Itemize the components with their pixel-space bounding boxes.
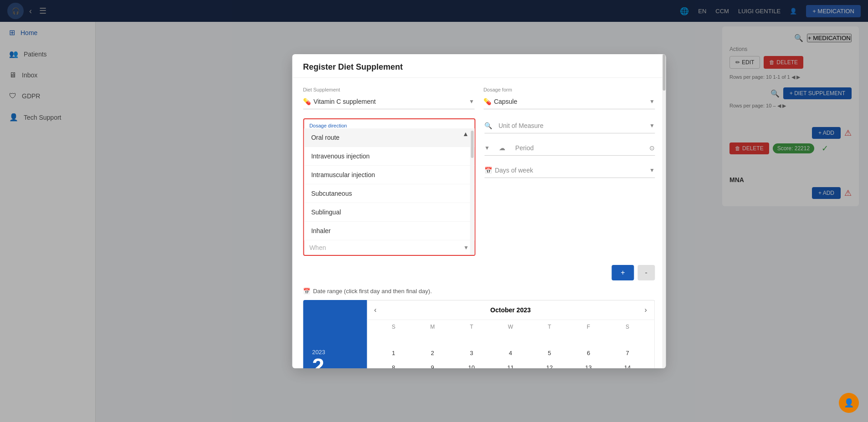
dropdown-scrollbar[interactable] (470, 128, 474, 255)
when-row: When ▼ (304, 240, 474, 255)
supplement-chevron-icon: ▼ (469, 98, 474, 105)
modal-header: Register Diet Supplement (292, 54, 666, 78)
dosage-direction-label: Dosage direction (304, 119, 474, 128)
add-minus-row: + - (303, 265, 655, 280)
diet-supplement-group: Diet Supplement 💊 Vitamin C supplement ▼ (303, 87, 474, 109)
calendar-icon: 📅 (484, 167, 492, 174)
dosage-form-value: Capsule (494, 98, 649, 105)
calendar-prev-button[interactable]: ‹ (374, 306, 376, 314)
days-of-week-control[interactable]: 📅 Days of week ▼ (484, 163, 655, 178)
calendar-month-title: October 2023 (490, 306, 531, 314)
cal-day-11[interactable]: 11 (503, 361, 517, 368)
calendar-nav: ‹ October 2023 › (367, 300, 654, 320)
dosage-direction-group: Dosage direction ▲ Oral route Intravenou… (303, 118, 475, 256)
period-label: Period (515, 144, 642, 152)
dosage-form-chevron-icon: ▼ (649, 98, 655, 105)
cal-day-12[interactable]: 12 (543, 361, 556, 368)
dropdown-option-intramuscular[interactable]: Intramuscular injection (304, 166, 474, 184)
dosage-form-group: Dosage form 💊 Capsule ▼ (483, 87, 655, 109)
form-row-1: Diet Supplement 💊 Vitamin C supplement ▼… (303, 87, 655, 109)
dropdown-option-intravenous[interactable]: Intravenous injection (304, 147, 474, 166)
cal-day-4[interactable]: 4 (503, 346, 517, 360)
cal-day-13[interactable]: 13 (582, 361, 596, 368)
dropdown-collapse-button[interactable]: ▲ (462, 130, 469, 137)
cal-day-8[interactable]: 8 (387, 361, 401, 368)
cal-day-1[interactable]: 1 (387, 346, 401, 360)
calendar-week-0 (374, 332, 647, 346)
calendar-selected-count: 2 (312, 356, 358, 368)
period-control[interactable]: ▼ ☁ Period ⊙ (484, 141, 655, 156)
diet-supplement-label: Diet Supplement (303, 87, 474, 92)
cal-day-empty-1 (387, 332, 401, 346)
calendar-main: ‹ October 2023 › S M T W T F S (367, 300, 655, 368)
calendar-year: 2023 (312, 349, 358, 356)
cal-day-10[interactable]: 10 (465, 361, 478, 368)
cal-header-t1: T (452, 324, 491, 330)
capsule-icon: 💊 (483, 98, 491, 105)
modal-scrollbar-thumb (663, 54, 665, 91)
cal-day-empty-7 (621, 332, 634, 346)
minus-button[interactable]: - (638, 265, 655, 280)
search-icon-unit: 🔍 (484, 122, 492, 129)
register-diet-supplement-modal: Register Diet Supplement Diet Supplement… (292, 54, 666, 368)
cal-day-empty-4 (503, 332, 517, 346)
cal-day-empty-2 (426, 332, 439, 346)
calendar-container: 2023 2 selected ‹ October 2023 › S M T W… (303, 300, 655, 368)
unit-of-measure-control[interactable]: 🔍 Unit of Measure ▼ (484, 118, 655, 133)
cal-header-s1: S (374, 324, 413, 330)
modal-scrollbar[interactable] (662, 54, 666, 368)
add-button[interactable]: + (611, 265, 634, 280)
period-up-icon: ⊙ (649, 144, 655, 152)
dosage-direction-dropdown: Oral route Intravenous injection Intramu… (304, 128, 474, 240)
floating-action-button[interactable]: 👤 (839, 393, 859, 413)
diet-supplement-control[interactable]: 💊 Vitamin C supplement ▼ (303, 94, 474, 109)
date-range-label: 📅 Date range (click first day and then f… (303, 288, 655, 295)
cloud-icon: ☁ (499, 144, 505, 152)
cal-day-3[interactable]: 3 (465, 346, 478, 360)
dosage-form-label: Dosage form (483, 87, 655, 92)
dropdown-option-oral[interactable]: Oral route (304, 128, 474, 147)
calendar-grid: S M T W T F S (367, 320, 654, 368)
period-group: ▼ ☁ Period ⊙ (484, 141, 655, 156)
unit-of-measure-label: Unit of Measure (498, 122, 646, 129)
calendar-header: S M T W T F S (374, 324, 647, 330)
dropdown-option-sublingual[interactable]: Sublingual (304, 203, 474, 222)
cal-day-9[interactable]: 9 (426, 361, 439, 368)
dropdown-scrollbar-thumb (471, 131, 473, 158)
modal-title: Register Diet Supplement (303, 62, 403, 71)
cal-day-7[interactable]: 7 (621, 346, 634, 360)
modal-body: Diet Supplement 💊 Vitamin C supplement ▼… (292, 78, 666, 368)
cal-day-empty-6 (582, 332, 596, 346)
cal-day-6[interactable]: 6 (582, 346, 596, 360)
days-of-week-group: 📅 Days of week ▼ (484, 163, 655, 178)
cal-header-t2: T (530, 324, 569, 330)
cal-day-empty-3 (465, 332, 478, 346)
unit-measure-chevron-icon: ▼ (649, 122, 655, 129)
dosage-form-control[interactable]: 💊 Capsule ▼ (483, 94, 655, 109)
calendar-week-2: 8 9 10 11 12 13 14 (374, 361, 647, 368)
dropdown-option-inhaler[interactable]: Inhaler (304, 222, 474, 240)
days-chevron-icon: ▼ (649, 167, 655, 173)
when-placeholder: When (309, 244, 463, 251)
supplement-icon: 💊 (303, 98, 311, 105)
when-chevron-icon: ▼ (463, 244, 469, 251)
days-of-week-label: Days of week (495, 167, 649, 174)
cal-day-5[interactable]: 5 (543, 346, 556, 360)
diet-supplement-value: Vitamin C supplement (313, 98, 469, 105)
period-left-chevron-icon: ▼ (484, 145, 490, 151)
floating-icon: 👤 (844, 398, 854, 408)
unit-of-measure-group: 🔍 Unit of Measure ▼ (484, 118, 655, 133)
calendar-week-1: 1 2 3 4 5 6 7 (374, 346, 647, 360)
form-row-2: Dosage direction ▲ Oral route Intravenou… (303, 118, 655, 256)
cal-header-s2: S (608, 324, 647, 330)
cal-day-2[interactable]: 2 (426, 346, 439, 360)
cal-day-empty-5 (543, 332, 556, 346)
calendar-icon-2: 📅 (303, 288, 310, 295)
cal-header-w: W (491, 324, 530, 330)
calendar-year-panel: 2023 2 selected (303, 300, 367, 368)
calendar-next-button[interactable]: › (645, 306, 647, 314)
cal-header-m: M (413, 324, 452, 330)
right-fields: 🔍 Unit of Measure ▼ ▼ ☁ Period ⊙ (484, 118, 655, 178)
cal-day-14[interactable]: 14 (621, 361, 634, 368)
dropdown-option-subcutaneous[interactable]: Subcutaneous (304, 184, 474, 203)
